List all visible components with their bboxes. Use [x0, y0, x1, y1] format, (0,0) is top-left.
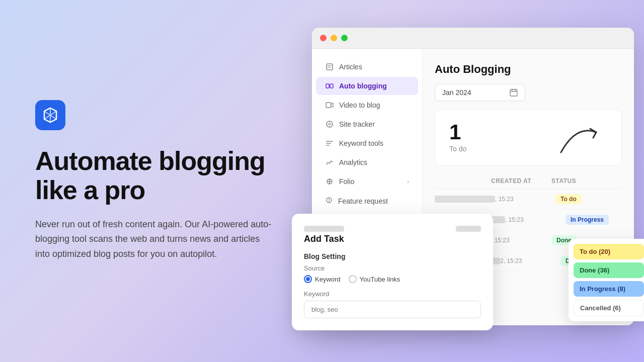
chevron-right-icon: ›	[407, 178, 409, 185]
sidebar-item-label: Auto blogging	[339, 82, 387, 90]
sidebar-item-label: Site tracker	[339, 120, 375, 128]
feature-request-icon	[325, 196, 333, 206]
status-badge: To do	[555, 194, 606, 204]
source-radio-group: Keyword YouTube links	[304, 275, 481, 283]
row-created-at: , 15:23	[505, 216, 566, 223]
svg-rect-2	[330, 84, 333, 88]
left-panel: Automate blogging like a pro Never run o…	[0, 0, 312, 362]
svg-rect-8	[510, 89, 517, 96]
browser-mockup: Articles Auto blogging	[312, 28, 634, 325]
sidebar-item-articles[interactable]: Articles	[316, 58, 418, 76]
site-tracker-icon	[325, 120, 334, 129]
date-picker-value: Jan 2024	[442, 88, 471, 97]
app-logo	[35, 100, 65, 130]
sidebar-item-label: Keyword tools	[339, 139, 383, 147]
svg-rect-0	[327, 64, 333, 70]
table-row: , 15:23 To do	[435, 189, 622, 210]
dropdown-item-done[interactable]: Done (36)	[574, 262, 644, 278]
add-task-panel: Add Task Blog Setting Source Keyword You…	[292, 214, 493, 330]
folio-icon	[325, 177, 334, 186]
sidebar-item-label: Folio	[339, 177, 354, 186]
sidebar-item-video-to-blog[interactable]: Video to blog	[316, 96, 418, 114]
logo-icon	[41, 106, 59, 124]
dropdown-item-todo[interactable]: To do (20)	[574, 244, 644, 259]
keyword-label: Keyword	[304, 290, 481, 298]
right-panel: Articles Auto blogging	[312, 0, 644, 362]
add-task-title: Add Task	[304, 234, 481, 244]
source-label: Source	[304, 264, 481, 272]
keyword-icon	[325, 139, 334, 148]
auto-blogging-icon	[325, 81, 334, 90]
feature-request-label: Feature request	[338, 197, 388, 205]
dropdown-label-todo: To do (20)	[580, 248, 610, 255]
sidebar-item-auto-blogging[interactable]: Auto blogging	[316, 77, 418, 95]
sidebar-item-folio[interactable]: Folio ›	[316, 172, 418, 191]
blog-setting-label: Blog Setting	[304, 252, 481, 260]
sidebar-item-label: Analytics	[339, 158, 367, 166]
row-created-at: , 15:23	[491, 237, 551, 244]
row-created-at: , 15:23	[495, 196, 555, 203]
sidebar-item-feature-request[interactable]: Feature request	[316, 192, 418, 210]
hero-title: Automate blogging like a pro	[35, 146, 282, 205]
minimize-button[interactable]	[331, 35, 337, 41]
dropdown-item-inprogress[interactable]: In Progress (8)	[574, 281, 644, 297]
analytics-icon	[325, 158, 334, 167]
sidebar-item-label: Articles	[339, 63, 362, 71]
sidebar-item-label: Video to blog	[339, 101, 380, 109]
close-button[interactable]	[320, 35, 327, 41]
col-created-at: Created at	[491, 177, 551, 185]
hero-description: Never run out of fresh content again. Ou…	[35, 217, 277, 262]
trend-arrow	[556, 120, 606, 160]
radio-label-youtube: YouTube links	[360, 276, 400, 283]
status-dropdown: To do (20) Done (36) In Progress (8) Can…	[569, 239, 644, 321]
dropdown-label-done: Done (36)	[580, 266, 609, 274]
keyword-input[interactable]	[304, 301, 481, 318]
dropdown-label-inprogress: In Progress (8)	[580, 285, 625, 293]
calendar-icon	[510, 88, 518, 97]
stat-card: 1 To do	[435, 109, 622, 165]
sidebar-item-keyword-tools[interactable]: Keyword tools	[316, 134, 418, 152]
radio-label-keyword: Keyword	[315, 276, 341, 283]
col-status: Status	[551, 177, 602, 185]
maximize-button[interactable]	[341, 35, 348, 41]
page-title: Auto Blogging	[435, 63, 622, 76]
status-badge: In Progress	[566, 215, 616, 225]
browser-titlebar	[312, 28, 634, 49]
radio-dot-keyword	[304, 275, 312, 283]
sidebar-item-site-tracker[interactable]: Site tracker	[316, 115, 418, 133]
radio-keyword[interactable]: Keyword	[304, 275, 341, 283]
table-header: Created at Status	[435, 173, 622, 189]
radio-youtube[interactable]: YouTube links	[349, 275, 400, 283]
sidebar-item-analytics[interactable]: Analytics	[316, 153, 418, 171]
radio-dot-youtube	[349, 275, 357, 283]
video-icon	[325, 101, 334, 110]
svg-rect-1	[326, 84, 329, 88]
articles-icon	[325, 62, 334, 71]
dropdown-label-cancelled: Cancelled (6)	[580, 304, 621, 312]
svg-rect-3	[326, 103, 331, 108]
dropdown-item-cancelled[interactable]: Cancelled (6)	[574, 300, 644, 316]
date-picker[interactable]: Jan 2024	[435, 84, 525, 101]
row-created-at: 2, 15:23	[500, 257, 560, 264]
svg-point-5	[329, 123, 331, 125]
